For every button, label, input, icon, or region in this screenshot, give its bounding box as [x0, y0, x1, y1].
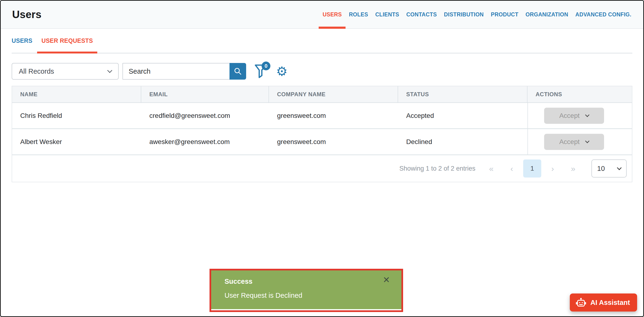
nav-item-label: ROLES [349, 11, 368, 18]
settings-button[interactable]: ⚙ [276, 65, 288, 78]
active-tab-underline [37, 51, 97, 53]
column-header-actions: ACTIONS [528, 86, 632, 102]
chevron-down-icon [585, 139, 590, 143]
chevron-down-icon [107, 68, 112, 73]
toolbar: All Records 0 ⚙ [12, 63, 632, 80]
toast-message: User Request is Declined [224, 292, 388, 300]
last-page-button[interactable]: » [563, 164, 583, 173]
cell-email: awesker@greensweet.com [141, 129, 269, 154]
table-row: Albert Wesker awesker@greensweet.com gre… [12, 129, 632, 155]
nav-item-clients[interactable]: CLIENTS [375, 1, 399, 28]
cell-actions: Accept [528, 129, 632, 154]
page-title: Users [12, 8, 42, 20]
table-header-row: NAME EMAIL COMPANY NAME STATUS ACTIONS [12, 86, 632, 103]
nav-item-label: USERS [322, 11, 342, 18]
nav-item-label: CLIENTS [375, 11, 399, 18]
cell-name: Albert Wesker [12, 129, 141, 154]
cell-company: greensweet.com [269, 103, 398, 128]
nav-item-roles[interactable]: ROLES [349, 1, 368, 28]
gear-icon: ⚙ [276, 64, 288, 78]
nav-item-advanced-config[interactable]: ADVANCED CONFIG. [575, 1, 632, 28]
prev-page-button[interactable]: ‹ [502, 164, 522, 173]
nav-item-organization[interactable]: ORGANIZATION [526, 1, 568, 28]
nav-item-label: PRODUCT [491, 11, 518, 18]
double-chevron-right-icon: » [571, 164, 576, 173]
ai-assistant-button[interactable]: AI Assistant [570, 294, 637, 312]
column-header-status: STATUS [398, 86, 528, 102]
cell-status: Declined [398, 129, 528, 154]
column-header-name: NAME [12, 86, 141, 102]
nav-item-label: ORGANIZATION [526, 11, 568, 18]
page-size-value: 10 [597, 165, 605, 173]
accept-button-label: Accept [559, 112, 580, 119]
cell-company: greensweet.com [269, 129, 398, 154]
header: Users USERS ROLES CLIENTS CONTACTS DISTR… [1, 1, 643, 29]
app-window: Users USERS ROLES CLIENTS CONTACTS DISTR… [0, 0, 644, 317]
close-icon: ✕ [383, 275, 390, 285]
cell-actions: Accept [528, 103, 632, 128]
tab-label: USER REQUESTS [42, 37, 93, 44]
nav-item-contacts[interactable]: CONTACTS [406, 1, 437, 28]
records-filter-dropdown[interactable]: All Records [12, 63, 119, 80]
sub-tabbar: USERS USER REQUESTS [12, 29, 632, 53]
search-input[interactable] [122, 63, 230, 80]
table-row: Chris Redfield credfield@greensweet.com … [12, 103, 632, 129]
nav-item-label: ADVANCED CONFIG. [575, 11, 632, 18]
records-filter-value: All Records [19, 67, 54, 75]
column-header-email: EMAIL [141, 86, 269, 102]
double-chevron-left-icon: « [489, 164, 494, 173]
nav-item-label: CONTACTS [406, 11, 437, 18]
entries-summary: Showing 1 to 2 of 2 entries [399, 165, 476, 172]
chevron-down-icon [617, 165, 622, 170]
tab-label: USERS [12, 37, 32, 44]
active-nav-underline [319, 27, 346, 29]
cell-name: Chris Redfield [12, 103, 141, 128]
page-size-dropdown[interactable]: 10 [592, 159, 627, 178]
accept-dropdown-button[interactable]: Accept [544, 108, 604, 124]
chevron-down-icon [585, 113, 590, 117]
nav-item-label: DISTRIBUTION [444, 11, 484, 18]
filter-count-badge: 0 [262, 61, 270, 70]
toast-close-button[interactable]: ✕ [383, 276, 390, 284]
next-page-button[interactable]: › [542, 164, 563, 173]
toast-highlight-box: Success User Request is Declined ✕ [210, 269, 403, 312]
cell-status: Accepted [398, 103, 528, 128]
chevron-right-icon: › [551, 164, 554, 173]
search-icon [234, 67, 242, 76]
first-page-button[interactable]: « [481, 164, 502, 173]
nav-item-product[interactable]: PRODUCT [491, 1, 518, 28]
current-page-button[interactable]: 1 [523, 159, 541, 178]
robot-icon [576, 298, 586, 308]
column-header-company: COMPANY NAME [269, 86, 398, 102]
user-requests-table: NAME EMAIL COMPANY NAME STATUS ACTIONS C… [12, 86, 632, 182]
chevron-left-icon: ‹ [510, 164, 513, 173]
search-group [122, 63, 246, 80]
nav-item-distribution[interactable]: DISTRIBUTION [444, 1, 484, 28]
success-toast: Success User Request is Declined ✕ [211, 271, 402, 309]
ai-assistant-label: AI Assistant [590, 299, 630, 307]
accept-dropdown-button[interactable]: Accept [544, 134, 604, 150]
top-navigation: USERS ROLES CLIENTS CONTACTS DISTRIBUTIO… [322, 1, 632, 28]
accept-button-label: Accept [559, 138, 580, 146]
tab-users[interactable]: USERS [12, 29, 32, 53]
filter-button[interactable]: 0 [253, 63, 268, 79]
nav-item-users[interactable]: USERS [322, 1, 342, 28]
tab-user-requests[interactable]: USER REQUESTS [42, 29, 93, 53]
cell-email: credfield@greensweet.com [141, 103, 269, 128]
table-footer: Showing 1 to 2 of 2 entries « ‹ 1 › » 10 [12, 155, 632, 182]
search-button[interactable] [230, 63, 246, 80]
toast-title: Success [224, 278, 388, 285]
